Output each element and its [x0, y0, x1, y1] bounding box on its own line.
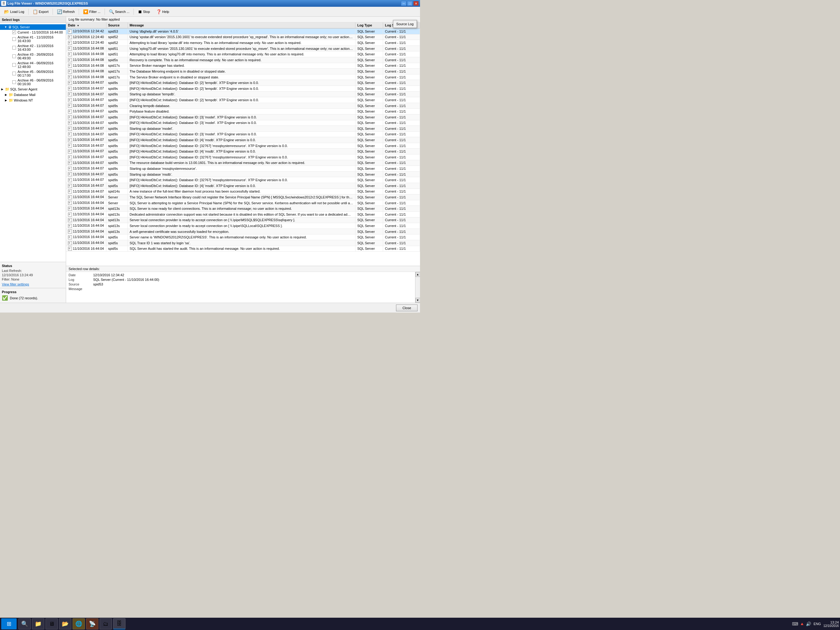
- table-row[interactable]: 11/10/2016 16:44:07 spid9s [INFO] HkHost…: [66, 97, 420, 103]
- table-row[interactable]: 11/10/2016 16:44:08 spid17s Service Brok…: [66, 63, 420, 69]
- cell-logtype: SQL Server: [355, 126, 383, 131]
- cell-logsource: Current - 11/1: [383, 195, 420, 200]
- refresh-button[interactable]: 🔄 Refresh: [54, 8, 78, 16]
- cell-source: spid9s: [106, 154, 128, 160]
- sidebar-item-sql-agent[interactable]: ▶ 📁 SQL Server Agent: [0, 86, 66, 92]
- table-row[interactable]: 11/10/2016 16:44:07 spid14s A new instan…: [66, 188, 420, 195]
- filter-button[interactable]: 🔽 Filter ...: [80, 8, 103, 16]
- table-row[interactable]: 11/10/2016 16:44:07 spid9s [INFO] HkHost…: [66, 143, 420, 149]
- cell-message: Using 'xplog70.dll' version '2015.130.16…: [128, 46, 355, 51]
- help-button[interactable]: ❓ Help: [153, 8, 172, 16]
- table-row[interactable]: 11/10/2016 16:44:07 spid9s [INFO] HkHost…: [66, 114, 420, 120]
- table-row[interactable]: 11/10/2016 16:44:07 spid9s [INFO] HkHost…: [66, 80, 420, 86]
- table-row[interactable]: 11/10/2016 16:44:07 spid5s [INFO] HkHost…: [66, 149, 420, 154]
- sidebar-item-windows-nt[interactable]: ▶ 📁 Windows NT: [0, 98, 66, 103]
- sidebar-item-archive2[interactable]: Archive #2 - 11/10/2016 16:43:00: [0, 43, 66, 52]
- table-row[interactable]: 11/10/2016 16:44:07 spid9s [INFO] HkHost…: [66, 120, 420, 126]
- sidebar-item-archive5[interactable]: Archive #5 - 06/09/2016 00:17:00: [0, 69, 66, 78]
- table-row[interactable]: 11/10/2016 16:44:07 spid9s Clearing temp…: [66, 103, 420, 109]
- table-row[interactable]: 11/10/2016 16:44:08 spid51 Attempting to…: [66, 51, 420, 57]
- table-row[interactable]: 11/10/2016 16:44:04 spid13s Dedicated ad…: [66, 212, 420, 217]
- col-header-logtype[interactable]: Log Type: [355, 22, 383, 28]
- archive1-checkbox[interactable]: [12, 37, 16, 41]
- sidebar-item-current[interactable]: ✓ Current - 11/10/2016 16:44:00: [0, 30, 66, 35]
- table-row[interactable]: 11/10/2016 16:44:08 spid17s The Service …: [66, 74, 420, 80]
- col-header-message[interactable]: Message: [128, 22, 355, 28]
- filter-row: Filter: None: [2, 277, 64, 281]
- cell-logtype: SQL Server: [355, 91, 383, 97]
- scroll-down-button[interactable]: ▼: [415, 298, 420, 303]
- cell-logtype: SQL Server: [355, 74, 383, 80]
- current-checkbox[interactable]: ✓: [12, 30, 16, 34]
- table-row[interactable]: 11/10/2016 16:44:04 Server The SQL Serve…: [66, 195, 420, 200]
- archive3-checkbox[interactable]: [12, 54, 16, 58]
- table-row[interactable]: 12/10/2016 12:24:40 spid52 Attempting to…: [66, 40, 420, 46]
- export-button[interactable]: 📋 Export: [30, 8, 51, 16]
- table-row[interactable]: 11/10/2016 16:44:07 spid9s Starting up d…: [66, 166, 420, 172]
- table-row[interactable]: 11/10/2016 16:44:07 spid9s [INFO] HkHost…: [66, 85, 420, 91]
- cell-source: spid9s: [106, 160, 128, 166]
- sidebar-item-sql-server[interactable]: ▼ 🖥 SQL Server: [0, 24, 66, 30]
- cell-date: 11/10/2016 16:44:07: [66, 103, 106, 109]
- sidebar-item-archive1[interactable]: Archive #1 - 11/10/2016 16:43:00: [0, 35, 66, 43]
- table-row[interactable]: 11/10/2016 16:44:07 spid9s [INFO] HkHost…: [66, 131, 420, 137]
- col-header-source[interactable]: Source: [106, 22, 128, 28]
- table-row[interactable]: 11/10/2016 16:44:08 spid17s The Database…: [66, 69, 420, 74]
- sidebar-item-archive6[interactable]: Archive #6 - 06/09/2016 00:16:00: [0, 78, 66, 86]
- details-panel: Selected row details: Date 12/10/2016 12…: [66, 266, 420, 303]
- cell-logsource: Current - 11/1: [383, 137, 420, 143]
- log-entry-icon: [68, 224, 72, 228]
- table-row[interactable]: 12/10/2016 12:24:40 spid52 Using 'xpstar…: [66, 34, 420, 40]
- table-row[interactable]: 11/10/2016 16:44:04 spid13s SQL Server i…: [66, 206, 420, 212]
- table-row[interactable]: 11/10/2016 16:44:08 spid5s Recovery is c…: [66, 57, 420, 63]
- table-row[interactable]: 11/10/2016 16:44:07 spid9s Starting up d…: [66, 91, 420, 97]
- table-row[interactable]: 11/10/2016 16:44:04 Server SQL Server is…: [66, 200, 420, 206]
- cell-logsource: Current - 11/1: [383, 40, 420, 46]
- close-button[interactable]: Close: [396, 304, 418, 311]
- sidebar-item-archive3[interactable]: Archive #3 - 26/09/2016 06:49:00: [0, 52, 66, 60]
- details-scrollbar[interactable]: ▲ ▼: [415, 272, 420, 303]
- archive5-checkbox[interactable]: [12, 72, 16, 75]
- table-row[interactable]: 11/10/2016 16:44:07 spid9s The resource …: [66, 160, 420, 166]
- table-row[interactable]: 11/10/2016 16:44:04 spid13s Server local…: [66, 217, 420, 223]
- table-row[interactable]: 11/10/2016 16:44:08 spid51 Using 'xplog7…: [66, 46, 420, 51]
- view-filter-settings-link[interactable]: View filter settings: [2, 282, 29, 286]
- table-row[interactable]: 11/10/2016 16:44:07 spid5s [INFO] HkHost…: [66, 183, 420, 189]
- table-row[interactable]: 11/10/2016 16:44:04 spid13s Server local…: [66, 223, 420, 229]
- table-row[interactable]: 11/10/2016 16:44:07 spid9s [INFO] HkHost…: [66, 177, 420, 183]
- current-label: Current - 11/10/2016 16:44:00: [17, 30, 63, 34]
- cell-logtype: SQL Server: [355, 200, 383, 206]
- log-entry-icon: [68, 138, 72, 142]
- sidebar-item-db-mail[interactable]: ▶ 📁 Database Mail: [0, 92, 66, 98]
- stop-button[interactable]: ⏹ Stop: [135, 8, 153, 16]
- log-table-container[interactable]: Date ▼ Source Message Log Type Log Sourc…: [66, 22, 420, 266]
- cell-logsource: Current - 11/1: [383, 217, 420, 223]
- cell-logsource: Current - 11/1: [383, 171, 420, 177]
- table-row[interactable]: 11/10/2016 16:44:04 spid5s Server name i…: [66, 234, 420, 240]
- table-row[interactable]: 11/10/2016 16:44:07 spid5s [INFO] HkHost…: [66, 137, 420, 143]
- cell-message: Using 'xpstar.dll' version '2015.130.160…: [128, 34, 355, 40]
- window-close-button[interactable]: ✕: [413, 1, 419, 6]
- table-row[interactable]: 12/10/2016 12:34:42 spid53 Using 'dbghel…: [66, 28, 420, 34]
- load-log-button[interactable]: 📂 Load Log: [1, 8, 27, 16]
- table-row[interactable]: 11/10/2016 16:44:07 spid9s Polybase feat…: [66, 109, 420, 114]
- sidebar-item-archive4[interactable]: Archive #4 - 06/09/2016 12:48:00: [0, 60, 66, 69]
- archive4-checkbox[interactable]: [12, 63, 16, 67]
- table-row[interactable]: 11/10/2016 16:44:04 spid5s SQL Trace ID …: [66, 240, 420, 246]
- log-entry-icon: [68, 167, 72, 171]
- table-row[interactable]: 11/10/2016 16:44:04 spid13s A self-gener…: [66, 229, 420, 234]
- minimize-button[interactable]: ─: [401, 1, 406, 6]
- table-row[interactable]: 11/10/2016 16:44:07 spid5s Starting up d…: [66, 171, 420, 177]
- col-header-date[interactable]: Date ▼: [66, 22, 106, 28]
- archive2-checkbox[interactable]: [12, 46, 16, 49]
- archive6-checkbox[interactable]: [12, 80, 16, 84]
- scroll-up-button[interactable]: ▲: [415, 272, 420, 277]
- table-row[interactable]: 11/10/2016 16:44:07 spid9s [INFO] HkHost…: [66, 154, 420, 160]
- cell-source: spid9s: [106, 120, 128, 126]
- cell-logtype: SQL Server: [355, 143, 383, 149]
- maximize-button[interactable]: □: [407, 1, 413, 6]
- table-row[interactable]: 11/10/2016 16:44:07 spid9s Starting up d…: [66, 126, 420, 131]
- table-row[interactable]: 11/10/2016 16:44:04 spid5s SQL Server Au…: [66, 246, 420, 252]
- cell-source: spid9s: [106, 97, 128, 103]
- search-button[interactable]: 🔍 Search ...: [106, 8, 132, 16]
